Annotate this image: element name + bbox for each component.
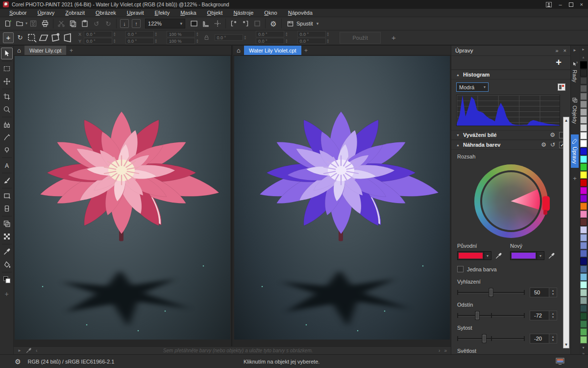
apply-button[interactable]: Použít bbox=[340, 32, 381, 44]
menu-item-0[interactable]: Soubor bbox=[4, 9, 32, 16]
more-icon[interactable]: » bbox=[444, 348, 447, 353]
persp-h2-field[interactable]: 0.0 ° bbox=[256, 38, 284, 44]
hue-slider[interactable] bbox=[457, 311, 525, 320]
new-tab-button[interactable]: + bbox=[301, 46, 311, 55]
canvas-water-lily-pink[interactable] bbox=[15, 56, 230, 340]
palette-swatch[interactable] bbox=[580, 265, 587, 273]
palette-swatch[interactable] bbox=[580, 140, 587, 147]
palette-swatch[interactable] bbox=[580, 77, 587, 84]
white-balance-section-header[interactable]: ▼ Vyvážení bílé ⚙ bbox=[451, 130, 570, 140]
palette-scroll-up-icon[interactable]: ▴ bbox=[582, 55, 584, 61]
scroll-down-arrow[interactable]: ▼ bbox=[564, 342, 568, 348]
collapse-icon[interactable]: ▲ bbox=[456, 73, 460, 77]
palette-swatch[interactable] bbox=[580, 242, 587, 249]
spinner[interactable]: ▴▾ bbox=[549, 334, 557, 343]
palette-swatch[interactable] bbox=[580, 328, 587, 336]
distort-tool-icon[interactable] bbox=[50, 32, 61, 43]
palette-swatch[interactable] bbox=[580, 148, 587, 155]
home-icon[interactable]: ⌂ bbox=[14, 46, 24, 55]
palette-scroll-down-icon[interactable]: ▾ bbox=[582, 344, 584, 350]
palette-flyout-icon[interactable]: ► bbox=[18, 348, 22, 353]
touchup-tool[interactable] bbox=[1, 144, 13, 156]
menu-item-4[interactable]: Upravit bbox=[122, 9, 149, 16]
print-button[interactable] bbox=[39, 18, 51, 29]
home-icon[interactable]: ⌂ bbox=[233, 46, 244, 55]
dropdown-arrow-icon[interactable]: ▾ bbox=[484, 252, 491, 260]
restore-button[interactable] bbox=[569, 2, 573, 7]
smoothing-slider[interactable] bbox=[457, 288, 525, 297]
copy-button[interactable] bbox=[67, 18, 79, 29]
palette-swatch[interactable] bbox=[580, 179, 587, 186]
clip-mask-button[interactable] bbox=[251, 18, 263, 29]
new-document-button[interactable] bbox=[2, 18, 14, 29]
scale-tool-icon[interactable] bbox=[26, 32, 37, 43]
scroll-left-icon[interactable]: ‹ bbox=[36, 348, 37, 353]
palette-swatch[interactable] bbox=[580, 108, 587, 116]
gear-icon[interactable]: ⚙ bbox=[550, 131, 555, 138]
palette-swatch[interactable] bbox=[580, 124, 587, 131]
cut-button[interactable] bbox=[55, 18, 67, 29]
gear-icon[interactable]: ⚙ bbox=[541, 141, 546, 148]
paste-button[interactable] bbox=[79, 18, 91, 29]
menu-item-5[interactable]: Efekty bbox=[149, 9, 175, 16]
save-button[interactable] bbox=[27, 18, 39, 29]
palette-swatch[interactable] bbox=[580, 336, 587, 343]
histogram-channel-select[interactable]: Modrá ▾ bbox=[456, 82, 489, 92]
eraser-tool[interactable] bbox=[1, 203, 13, 214]
palette-swatch[interactable] bbox=[580, 61, 587, 69]
scale-h-field[interactable]: 100 % bbox=[167, 31, 195, 37]
dock-flyout-icon[interactable]: ► bbox=[571, 46, 579, 57]
palette-flyout-icon[interactable]: ► bbox=[582, 46, 585, 55]
palette-swatch[interactable] bbox=[580, 226, 587, 234]
color-wheel[interactable] bbox=[474, 164, 548, 238]
scroll-right-icon[interactable]: › bbox=[439, 348, 440, 353]
menu-item-6[interactable]: Maska bbox=[175, 9, 201, 16]
close-button[interactable]: × bbox=[580, 1, 583, 7]
x-position-field[interactable]: 0.0 ° bbox=[84, 31, 112, 37]
saturation-slider[interactable] bbox=[457, 334, 525, 343]
smoothing-value[interactable]: 50 bbox=[530, 288, 549, 297]
menu-item-9[interactable]: Okno bbox=[259, 9, 282, 16]
docker-tab-hints[interactable]: ? Rady bbox=[571, 57, 579, 86]
eyedropper-tool[interactable] bbox=[1, 246, 13, 258]
single-color-checkbox[interactable] bbox=[457, 266, 464, 272]
document-tab-water-lily[interactable]: Water Lily.cpt bbox=[24, 46, 66, 55]
fullscreen-preview-button[interactable] bbox=[188, 18, 200, 29]
palette-swatch[interactable] bbox=[580, 203, 587, 210]
palette-swatch[interactable] bbox=[580, 305, 587, 312]
color-settings-gear-icon[interactable]: ⚙ bbox=[15, 358, 21, 366]
menu-item-1[interactable]: Úpravy bbox=[32, 9, 60, 16]
position-tool-icon[interactable]: + bbox=[3, 32, 14, 43]
account-icon[interactable] bbox=[546, 2, 552, 7]
palette-swatch[interactable] bbox=[580, 85, 587, 92]
palette-swatch[interactable] bbox=[580, 218, 587, 226]
perspective-tool-icon[interactable] bbox=[62, 32, 73, 43]
scroll-up-arrow[interactable]: ▲ bbox=[564, 117, 568, 124]
new-tab-button[interactable]: + bbox=[66, 46, 76, 55]
export-button[interactable]: ↑ bbox=[130, 18, 142, 29]
palette-swatch[interactable] bbox=[580, 210, 587, 218]
foreground-background-colors[interactable] bbox=[1, 274, 13, 286]
rotate-tool-icon[interactable]: ↻ bbox=[15, 32, 25, 43]
paint-tool[interactable] bbox=[1, 175, 13, 186]
slider-handle[interactable] bbox=[475, 311, 480, 320]
color-replace-section-header[interactable]: ▲ Náhrada barev ⚙ ↺ ✓ bbox=[451, 140, 570, 150]
palette-swatch[interactable] bbox=[580, 132, 587, 139]
persp-v2-field[interactable]: 0.0 ° bbox=[297, 38, 326, 44]
pick-tool[interactable] bbox=[1, 48, 13, 59]
palette-swatch[interactable] bbox=[580, 297, 587, 304]
minimize-button[interactable]: – bbox=[559, 1, 562, 7]
eyedropper-icon[interactable] bbox=[548, 252, 555, 260]
skew-h-field[interactable]: 0.0 ° bbox=[125, 31, 154, 37]
histogram-section-header[interactable]: ▲ Histogram bbox=[451, 70, 570, 79]
skew-tool-icon[interactable] bbox=[38, 32, 49, 43]
rulers-button[interactable] bbox=[200, 18, 212, 29]
tile-pattern-tool[interactable] bbox=[1, 231, 13, 242]
monitor-proof-icon[interactable] bbox=[556, 358, 564, 365]
original-color-picker[interactable]: ▾ bbox=[457, 251, 491, 260]
eyedropper-icon[interactable] bbox=[495, 252, 502, 260]
run-macro-button[interactable]: Spustit ▾ bbox=[284, 18, 321, 29]
palette-swatch[interactable] bbox=[580, 171, 587, 179]
options-button[interactable]: ⚙ bbox=[268, 18, 279, 29]
saturation-value[interactable]: -20 bbox=[530, 334, 549, 343]
